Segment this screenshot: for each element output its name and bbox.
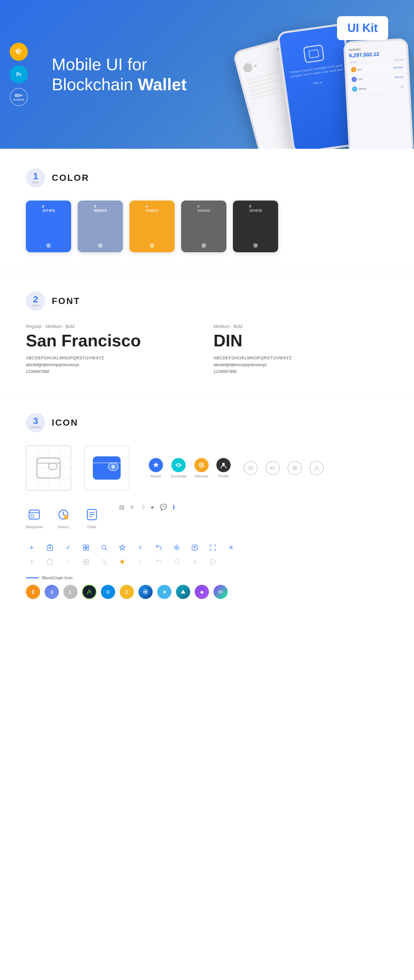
color-section-header: 1 ONE COLOR — [26, 168, 388, 188]
swatch-dark: #303030 — [233, 200, 278, 252]
phone-mockups: Profile AI — [236, 26, 414, 149]
plus-ghost-icon: + — [26, 556, 38, 568]
sketch-icon — [10, 43, 28, 61]
assets-icon — [149, 458, 163, 472]
color-swatches: #3574FA #8DA0C8 #F5A623 #666666 #303030 — [26, 200, 388, 252]
zcash-icon: Z — [119, 585, 134, 599]
moon-icon: ☽ — [140, 504, 145, 511]
photoshop-icon: Ps — [10, 65, 28, 83]
svg-rect-47 — [86, 562, 89, 565]
discover-label: Discover — [195, 474, 209, 478]
color-section: 1 ONE COLOR #3574FA #8DA0C8 #F5A623 #666… — [0, 149, 414, 272]
close-icon: ✕ — [225, 542, 237, 554]
icon-title: ICON — [52, 418, 78, 428]
svg-rect-45 — [86, 559, 89, 562]
svg-marker-56 — [181, 590, 185, 593]
mgmt-icon-row: Mangment History — [26, 504, 388, 532]
svg-rect-36 — [83, 548, 86, 550]
tool-icons-row-1: + ✓ ✕ — [26, 542, 388, 554]
waves-icon: ≋ — [157, 585, 171, 599]
assets-label: Assets — [150, 474, 161, 478]
din-uppercase: ABCDEFGHIJKLMNOPQRSTUVWXYZ — [213, 355, 388, 360]
swatch-slate: #8DA0C8 — [78, 200, 123, 252]
font-section-header: 2 TWO FONT — [26, 291, 388, 311]
discover-icon-item: Discover — [194, 458, 209, 478]
order-icon — [84, 507, 100, 522]
eth-icon: ⟠ — [45, 585, 59, 599]
sf-lowercase: abcdefghijklmnopqrstuvwxyz — [26, 362, 201, 367]
blockchain-icons-section: BlockChain Icon ₿ ⟠ Ł D Z ≋ ◆ — [26, 575, 388, 599]
neo-icon — [82, 585, 96, 599]
check-icon: ✓ — [62, 542, 74, 554]
assets-ghost-icon — [244, 461, 258, 475]
din-name: DIN — [213, 331, 388, 350]
crypto-icons-row: ₿ ⟠ Ł D Z ≋ ◆ — [26, 585, 388, 599]
svg-point-16 — [201, 464, 202, 466]
profile-ghost-icon — [309, 461, 324, 475]
icon-section-header: 3 THREE ICON — [26, 413, 388, 433]
svg-rect-44 — [83, 559, 86, 562]
misc-icons-group: ▤ ≡ ☽ ● 💬 ℹ — [119, 504, 175, 511]
blockchain-label: BlockChain Icon — [42, 575, 72, 580]
clipboard-ghost-icon — [44, 556, 56, 568]
search-icon — [98, 542, 110, 554]
swatch-blue: #3574FA — [26, 200, 71, 252]
wallet-grid-icon-demo — [26, 445, 71, 491]
star-filled-icon — [116, 556, 128, 568]
tool-icons-row-2: + ✓ — [26, 556, 388, 568]
info-ghost-icon — [207, 556, 219, 568]
svg-point-54 — [212, 560, 213, 561]
svg-point-57 — [218, 590, 223, 593]
svg-line-49 — [105, 563, 107, 565]
management-icon-item: Mangment — [26, 507, 43, 529]
misc-icons-row-1: ▤ ≡ ☽ ● 💬 ℹ — [119, 504, 175, 511]
swatch-orange: #F5A623 — [129, 200, 175, 252]
ltc-icon: Ł — [64, 585, 78, 599]
sf-numbers: 1234567890 — [26, 369, 201, 374]
ghost-nav-icons — [244, 461, 324, 475]
exchange-label: Exchange — [171, 474, 186, 478]
screens-count-icon: 60+ Screens — [10, 88, 28, 106]
svg-rect-24 — [31, 514, 33, 517]
management-icon — [27, 507, 42, 522]
close-ghost-icon — [189, 556, 201, 568]
qtum-icon — [139, 585, 153, 599]
section-num-1: 1 ONE — [26, 168, 45, 188]
blockchain-line — [26, 578, 39, 578]
svg-point-20 — [293, 466, 297, 470]
history-icon-item: History — [56, 507, 71, 529]
din-lowercase: abcdefghijklmnopqrstuvwxyz — [213, 362, 388, 367]
chat-icon: ▤ — [119, 504, 124, 511]
exchange-icon-item: Exchange — [171, 458, 186, 478]
btc-icon: ₿ — [26, 585, 40, 599]
sol-icon — [213, 585, 228, 599]
din-style: Medium · Bold — [213, 324, 388, 329]
order-icon-item: Order — [84, 507, 100, 529]
history-icon — [56, 507, 71, 522]
circle-icon: ● — [151, 504, 154, 511]
settings-icon — [171, 542, 182, 554]
hero-section: Ps 60+ Screens Mobile UI for Blockchain … — [0, 0, 414, 149]
info-icon: ℹ — [173, 504, 175, 511]
back-icon — [135, 542, 146, 554]
clipboard-icon — [44, 542, 56, 554]
search-ghost-icon — [98, 556, 110, 568]
svg-rect-34 — [83, 545, 86, 547]
font-san-francisco: Regular · Medium · Bold San Francisco AB… — [26, 324, 201, 374]
discover-ghost-icon — [288, 461, 302, 475]
sf-uppercase: ABCDEFGHIJKLMNOPQRSTUVWXYZ — [26, 355, 201, 360]
svg-point-18 — [222, 463, 225, 465]
wallet-filled-icon-demo — [84, 445, 129, 491]
icon-row-1: Assets Exchange — [26, 445, 388, 491]
svg-rect-10 — [49, 463, 57, 469]
din-numbers: 1234567890 — [213, 369, 388, 374]
exchange-icon — [171, 458, 186, 472]
section-num-2: 2 TWO — [26, 291, 45, 311]
font-din: Medium · Bold DIN ABCDEFGHIJKLMNOPQRSTUV… — [213, 324, 388, 374]
grid-icon — [80, 542, 92, 554]
matic-icon: ◆ — [195, 585, 209, 599]
font-section: 2 TWO FONT Regular · Medium · Bold San F… — [0, 272, 414, 393]
sf-name: San Francisco — [26, 331, 201, 350]
plus-icon: + — [26, 542, 38, 554]
grid-ghost-icon — [80, 556, 92, 568]
